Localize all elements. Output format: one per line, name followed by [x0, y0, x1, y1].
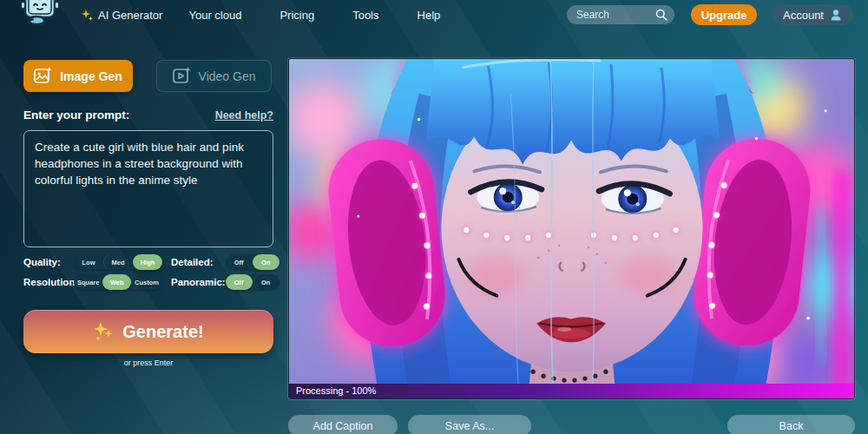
add-caption-button[interactable]: Add Caption: [288, 415, 398, 434]
generate-label: Generate!: [122, 322, 203, 342]
press-enter-hint: or press Enter: [23, 358, 273, 367]
generation-controls: Quality: Low Med High Detailed: Off On R…: [23, 254, 277, 290]
tab-image-gen-label: Image Gen: [60, 69, 122, 83]
search-input[interactable]: [576, 9, 655, 21]
nav-item-help[interactable]: Help: [418, 9, 441, 22]
sparkle-icon: [82, 10, 93, 21]
image-viewer: Processing - 100%: [288, 58, 855, 399]
quality-option-low[interactable]: Low: [74, 254, 103, 270]
top-navbar: AI Generator Your cloud Pricing Tools He…: [0, 0, 868, 30]
anime-girl-illustration: [289, 59, 854, 398]
resolution-option-web[interactable]: Web: [102, 274, 131, 290]
search-box[interactable]: [567, 5, 674, 24]
account-label: Account: [783, 9, 824, 22]
detailed-toggle: Off On: [226, 254, 279, 270]
image-icon: [34, 67, 52, 85]
brand-label: AI Generator: [98, 9, 162, 22]
nav-item-your-cloud[interactable]: Your cloud: [188, 9, 241, 22]
tab-image-gen[interactable]: Image Gen: [23, 60, 133, 92]
app-window: AI Generator Your cloud Pricing Tools He…: [0, 0, 868, 434]
resolution-option-square[interactable]: Square: [74, 274, 102, 290]
viewer-actions: Add Caption Save As... Back: [288, 415, 855, 434]
panoramic-toggle: Off On: [226, 274, 279, 290]
tab-video-gen[interactable]: Video Gen: [156, 60, 272, 92]
mode-tabs: Image Gen Video Gen: [23, 60, 272, 92]
upgrade-button[interactable]: Upgrade: [691, 4, 757, 25]
robot-logo[interactable]: [17, 0, 62, 30]
panoramic-option-off[interactable]: Off: [226, 274, 253, 290]
sparkles-icon: [93, 321, 114, 342]
account-button[interactable]: Account: [772, 4, 853, 25]
robot-logo-icon: [17, 0, 62, 30]
tab-video-gen-label: Video Gen: [199, 69, 256, 83]
resolution-option-custom[interactable]: Custom: [131, 274, 162, 290]
video-icon: [173, 67, 191, 85]
detailed-label: Detailed:: [162, 257, 226, 267]
generator-panel: Image Gen Video Gen Enter your prompt: N…: [23, 60, 277, 424]
detailed-option-off[interactable]: Off: [226, 254, 253, 270]
generate-button[interactable]: Generate!: [23, 310, 273, 353]
generated-image: [289, 59, 854, 398]
processing-status-bar: Processing - 100%: [289, 384, 854, 398]
need-help-link[interactable]: Need help?: [215, 109, 273, 122]
resolution-label: Resolution:: [23, 277, 74, 287]
quality-option-high[interactable]: High: [133, 254, 162, 270]
quality-segmented-control: Low Med High: [74, 254, 162, 270]
quality-option-med[interactable]: Med: [103, 254, 133, 270]
prompt-label: Enter your prompt:: [23, 108, 129, 122]
prompt-row: Enter your prompt: Need help?: [23, 108, 273, 122]
nav-links: Your cloud Pricing Tools Help: [188, 9, 440, 22]
back-button[interactable]: Back: [727, 415, 855, 434]
search-icon[interactable]: [655, 9, 667, 21]
person-icon: [830, 9, 842, 21]
nav-item-tools[interactable]: Tools: [352, 9, 378, 22]
panoramic-option-on[interactable]: On: [253, 274, 279, 290]
upgrade-label: Upgrade: [701, 9, 747, 22]
panoramic-label: Panoramic:: [162, 277, 226, 287]
resolution-segmented-control: Square Web Custom: [74, 274, 162, 290]
brand[interactable]: AI Generator: [82, 9, 162, 22]
prompt-input[interactable]: Create a cute girl with blue hair and pi…: [23, 130, 273, 247]
save-as-button[interactable]: Save As...: [408, 415, 531, 434]
quality-label: Quality:: [23, 257, 74, 267]
detailed-option-on[interactable]: On: [253, 254, 279, 270]
nav-item-pricing[interactable]: Pricing: [279, 9, 314, 22]
nav-right: Upgrade Account: [567, 4, 853, 25]
